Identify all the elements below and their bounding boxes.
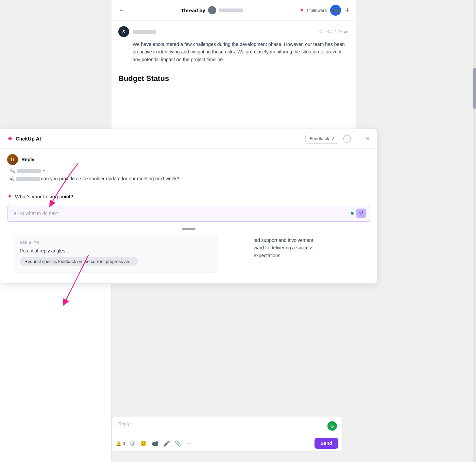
talking-sparkle-icon: ✦	[7, 193, 12, 200]
composer-placeholder[interactable]: /Reply	[117, 421, 130, 426]
close-button[interactable]: ✕	[365, 135, 370, 143]
reply-composer: /Reply G 🔔 3 @ 🙂 📹 🎤 📎 ··· Send	[112, 417, 343, 452]
send-icon	[359, 211, 363, 216]
thread-title: Thread by	[128, 6, 296, 14]
ask-ai-label: ASK AI TO	[20, 241, 212, 245]
thread-author-avatar	[208, 6, 216, 14]
workspace-name	[17, 169, 41, 173]
search-icon: 🔍	[10, 168, 15, 173]
message-timestamp: Oct 4 at 1:43 pm	[319, 29, 350, 34]
message-header: S Oct 4 at 1:43 pm	[118, 26, 350, 37]
reply-header: U Reply	[7, 154, 370, 165]
followers-badge: ✦ 4 followers	[299, 6, 327, 14]
sender-avatar: S	[118, 26, 129, 37]
reply-context-text: @ can you provide a stakeholder update f…	[10, 176, 370, 181]
video-composer-button[interactable]: 📹	[152, 440, 158, 447]
info-button[interactable]: i	[343, 135, 351, 143]
more-options-button[interactable]: ⋯	[355, 135, 361, 143]
ai-text-input[interactable]	[12, 211, 348, 216]
ai-panel-title: ✦ ClickUp AI	[7, 135, 303, 143]
external-link-icon: ↗	[331, 136, 335, 141]
bottom-section: ASK AI TO Potential reply angles... Requ…	[0, 232, 377, 283]
ai-panel: ✦ ClickUp AI Feedback ↗ i ⋯ ✕ U Reply 🔍 …	[0, 129, 377, 284]
video-button[interactable]: 📹	[330, 5, 341, 16]
right-text-line3: expectations.	[254, 252, 372, 259]
scrollbar-thumb[interactable]	[473, 68, 476, 109]
reply-label: Reply	[21, 157, 34, 162]
mention-name	[16, 177, 40, 181]
right-text-line2: ward to delivering a success-	[254, 244, 372, 251]
send-button[interactable]: Send	[314, 438, 338, 449]
ask-ai-pill[interactable]: Request specific feedback on the current…	[20, 257, 138, 266]
followers-count: 4 followers	[306, 8, 327, 13]
budget-heading: Budget Status	[118, 74, 356, 83]
mention-button[interactable]: @	[130, 440, 135, 446]
notification-count: 3	[123, 441, 125, 446]
emoji-button[interactable]: 🙂	[140, 440, 147, 447]
right-partial-text: ied support and involvement ward to deli…	[248, 232, 377, 283]
thread-message: S Oct 4 at 1:43 pm We have encountered a…	[112, 21, 356, 69]
right-text-line1: ied support and involvement	[254, 236, 372, 244]
context-message: can you provide a stakeholder update for…	[41, 176, 179, 181]
add-button[interactable]: +	[345, 6, 350, 15]
talking-point-heading: What's your talking point?	[15, 194, 73, 199]
ask-ai-container: ASK AI TO Potential reply angles... Requ…	[0, 232, 248, 283]
thread-title-label: Thread by	[181, 7, 205, 13]
back-button[interactable]: ←	[118, 7, 124, 14]
ask-ai-section: ASK AI TO Potential reply angles... Requ…	[14, 236, 218, 273]
mic-button[interactable]: 🎤	[163, 440, 170, 447]
composer-input-area: /Reply G	[112, 417, 342, 435]
scroll-indicator	[182, 228, 196, 230]
info-icon: i	[347, 136, 348, 141]
workspace-row: 🔍 ▾	[10, 168, 370, 173]
ai-header-actions: Feedback ↗ i ⋯ ✕	[305, 134, 370, 144]
feedback-label: Feedback	[310, 136, 329, 141]
composer-toolbar: 🔔 3 @ 🙂 📹 🎤 📎 ··· Send	[112, 435, 342, 451]
ask-ai-item-1[interactable]: Potential reply angles...	[20, 248, 212, 253]
sparkle-icon: ✦	[299, 6, 304, 14]
ai-panel-header: ✦ ClickUp AI Feedback ↗ i ⋯ ✕	[0, 129, 377, 149]
message-body-text: We have encountered a few challenges dur…	[133, 40, 350, 63]
thread-panel: ← Thread by ✦ 4 followers 📹 + S Oct 4 at…	[112, 0, 356, 143]
attachment-button[interactable]: 📎	[175, 440, 182, 447]
feedback-button[interactable]: Feedback ↗	[305, 134, 339, 144]
more-composer-button[interactable]: ···	[186, 440, 191, 446]
ai-input-wrapper[interactable]	[7, 205, 370, 222]
status-dot	[351, 212, 354, 215]
sender-name	[133, 30, 156, 34]
dropdown-chevron-icon[interactable]: ▾	[43, 168, 45, 173]
ai-title-text: ClickUp AI	[16, 136, 41, 142]
grammarly-button[interactable]: G	[327, 421, 337, 431]
reply-context-section: U Reply 🔍 ▾ @ can you provide a stakehol…	[0, 149, 377, 187]
thread-right-icons: 📹 +	[330, 5, 350, 16]
talking-point-header: ✦ What's your talking point?	[7, 193, 370, 200]
ai-sparkle-icon: ✦	[7, 135, 13, 143]
ai-send-button[interactable]	[356, 209, 366, 218]
bell-icon: 🔔	[116, 441, 121, 446]
scrollbar[interactable]	[473, 0, 476, 462]
thread-header: ← Thread by ✦ 4 followers 📹 +	[112, 0, 356, 21]
thread-author-name	[219, 9, 243, 12]
talking-point-section: ✦ What's your talking point?	[0, 187, 377, 226]
notification-badge[interactable]: 🔔 3	[116, 441, 125, 446]
video-icon: 📹	[333, 7, 339, 13]
user-avatar: U	[7, 154, 18, 165]
